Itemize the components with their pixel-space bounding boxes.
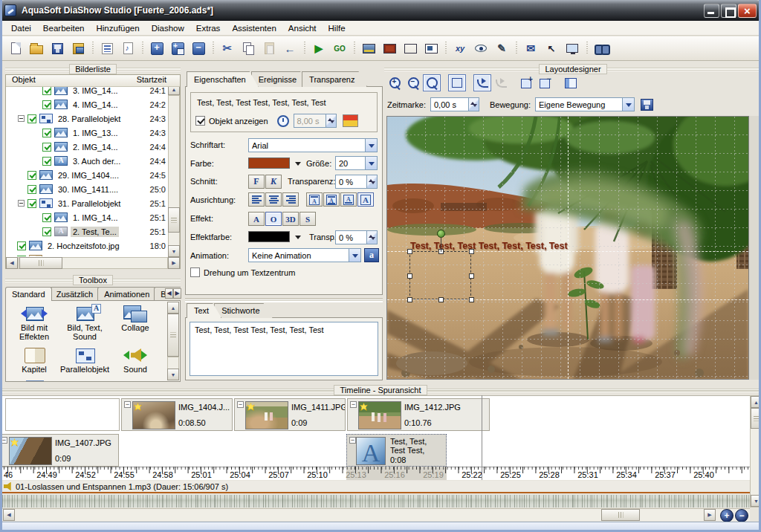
title-bar[interactable]: AquaSoft DiaShow Studio [Fuerte_2006.ads… [0,0,761,21]
play-icon[interactable]: ▶ [309,39,328,58]
align-right-button[interactable] [282,192,299,207]
menu-item[interactable]: Diashow [146,22,190,35]
zoom-in-icon[interactable]: + [386,74,404,91]
menu-item[interactable]: Bearbeiten [37,22,91,35]
timeline-zoom-out-icon[interactable]: − [735,509,748,522]
minimize-button[interactable] [704,4,719,18]
tree-row-label[interactable]: 1. IMG_14... [71,213,120,223]
chevron-down-icon[interactable] [349,249,360,262]
column-objekt[interactable]: Objekt [6,75,36,86]
timeline-zoom-in-icon[interactable]: + [720,509,734,522]
drehung-checkbox[interactable] [190,267,200,277]
toolbox-item-bild-text-sound[interactable]: Bild, Text, Sound [59,304,110,341]
italic-button[interactable]: K [265,175,282,189]
zeitmarke-spinner[interactable] [468,98,479,111]
tree-row-label[interactable]: 31. Parallelobjekt [56,198,123,209]
scroll-right-button[interactable]: ▶ [704,509,716,521]
menu-item[interactable]: Extras [190,22,227,35]
resize-handle[interactable] [469,297,474,302]
menu-item[interactable]: Assistenten [226,22,282,35]
go-icon[interactable]: GO [330,39,349,58]
toolbox-item-kapitel[interactable]: Kapitel [9,346,59,374]
selection-box[interactable] [409,251,471,299]
timeline-hscrollbar[interactable]: ◀ ▶ [2,508,750,521]
toolbox-scroll-up-button[interactable]: ▲ [167,302,179,314]
align-left-button[interactable] [248,192,265,207]
scroll-up-button[interactable]: ▲ [751,396,761,408]
timeline-block-text[interactable]: − A Test, Test, Test Test, 0:08 [346,434,447,467]
menu-item[interactable]: Ansicht [282,22,323,35]
zoom-region-icon[interactable] [423,74,441,91]
tree-row[interactable]: 31. Parallelobjekt 25:1 [6,196,180,210]
save-motion-icon[interactable] [641,99,653,111]
tree-row-label[interactable]: 2. Test, Te... [71,227,119,237]
tree-row-label[interactable]: 28. Parallelobjekt [56,114,123,124]
tree-scroll-right-button[interactable]: ▶ [168,257,180,269]
effect-outline-button[interactable]: O [265,212,282,226]
tree-row[interactable]: 1. IMG_13... 24:3 [6,126,180,140]
toolbox-scrollbar-track[interactable] [167,357,179,369]
scroll-left-button[interactable]: ◀ [3,509,15,521]
timeline-tracks[interactable]: − A − A IMG_1404.J... 0:08.50 − A IMG_14… [2,395,750,467]
resize-handle[interactable] [469,249,474,254]
tree-row[interactable]: 2. Hochzeitsfoto.jpg 18:0 [6,239,180,253]
close-button[interactable] [738,4,757,18]
new-icon[interactable] [6,39,25,58]
tree-row-label[interactable]: 3. Kapitel [45,255,84,257]
report-icon[interactable] [118,39,137,58]
checkbox-checked-icon[interactable] [27,199,36,208]
tree-row[interactable]: 4. IMG_14... 24:2 [6,97,180,111]
tree-column-header[interactable]: Objekt Startzeit [6,75,180,87]
timeline-block-img1407[interactable]: − A IMG_1407.JPG 0:09 [0,434,119,467]
checkbox-checked-icon[interactable] [42,227,51,236]
tab-transparenz[interactable]: Transparenz [302,71,367,87]
tree-row-label[interactable]: 3. Auch der... [71,156,123,166]
tab-scroll-right-icon[interactable]: ▶ [173,288,181,299]
align-center-button[interactable] [265,192,282,207]
menu-item[interactable]: Hinzufügen [90,22,145,35]
chevron-down-icon[interactable] [365,139,377,152]
column-startzeit[interactable]: Startzeit [137,75,180,86]
toolbox-tab-zusaetzlich[interactable]: Zusätzlich [50,287,100,301]
tree-row[interactable]: 30. IMG_1411.... 25:0 [6,182,180,196]
checkbox-checked-icon[interactable] [42,86,51,95]
valign-bottom-button[interactable] [340,192,357,207]
tab-scroll-left-icon[interactable]: ◀ [165,288,173,299]
undo-icon[interactable]: ← [280,39,299,58]
checkbox-checked-icon[interactable] [27,185,36,194]
display-full-icon[interactable] [380,39,399,58]
motion-path-icon[interactable] [473,74,491,91]
slide-text-overlay[interactable]: Test, Test, Test Test, Test, Test, Test [410,241,568,251]
toolbox-item-sound[interactable]: Sound [110,346,161,374]
preview-eye-icon[interactable] [471,39,490,58]
maximize-button[interactable] [721,4,736,18]
tree-scroll-down-button[interactable]: ▼ [168,245,180,257]
transparenz-field[interactable]: 0 % [335,175,378,189]
checkbox-checked-icon[interactable] [17,256,26,257]
tree-row-label[interactable]: 1. IMG_13... [71,128,120,138]
text-input[interactable]: Test, Test, Test Test, Test, Test, Test [190,322,378,376]
checkbox-checked-icon[interactable] [42,100,51,109]
toolbox-item-text[interactable] [9,379,59,383]
tree-scroll-left-button[interactable]: ◀ [6,257,18,269]
clock-icon[interactable] [277,115,289,127]
animation-combo[interactable]: Keine Animation [248,248,361,262]
background-color-button[interactable] [343,114,358,127]
add-object-icon[interactable]: + [168,39,187,58]
valign-top-button[interactable] [306,192,323,207]
effect-3d-button[interactable]: 3D [282,212,299,226]
menu-item[interactable]: Datei [5,22,37,35]
tab-eigenschaften[interactable]: Eigenschaften [187,71,259,87]
toolbox-tab-animationen[interactable]: Animationen [97,287,156,301]
paste-icon[interactable] [259,39,279,58]
display-window-icon[interactable] [421,39,441,58]
chevron-down-icon[interactable] [622,98,634,111]
timeline-ruler[interactable]: 4624:4924:5224:5524:5825:0125:0425:0725:… [2,467,750,480]
chevron-down-icon[interactable] [365,157,377,169]
checkbox-checked-icon[interactable] [42,129,51,137]
valign-middle-button[interactable] [323,192,340,207]
resize-handle[interactable] [407,297,412,302]
tree-row[interactable]: 29. IMG_1404.... 24:5 [6,168,180,182]
pointer-icon[interactable]: ↖ [542,39,561,58]
toolbox-item-collage[interactable]: Collage [110,304,161,341]
